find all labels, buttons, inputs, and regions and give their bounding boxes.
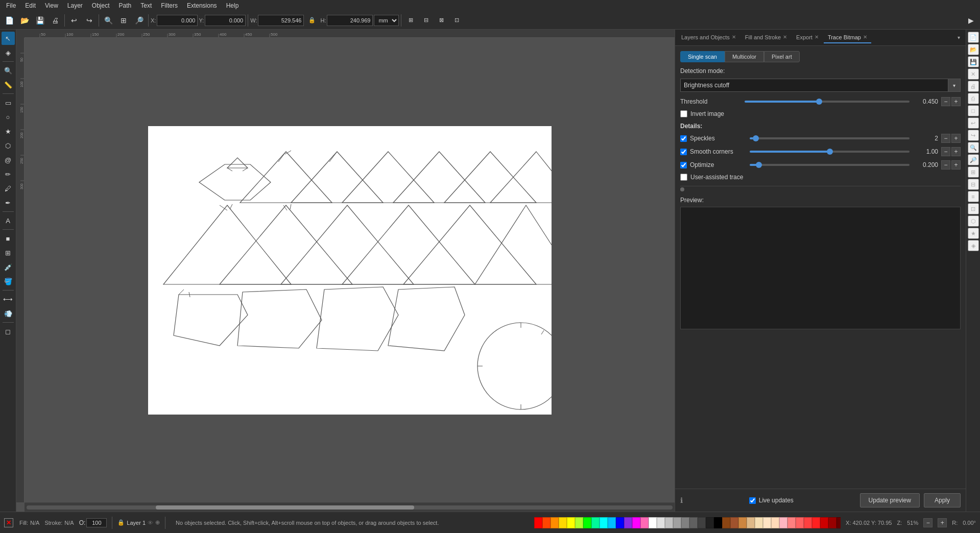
- snap-btn-2[interactable]: ⊟: [419, 13, 433, 28]
- right-icon-17[interactable]: ★: [968, 228, 979, 239]
- star-tool[interactable]: ★: [2, 125, 15, 138]
- ellipse-tool[interactable]: ○: [2, 110, 15, 124]
- zoom-decrease[interactable]: −: [923, 518, 933, 527]
- horizontal-scrollbar[interactable]: [25, 502, 675, 512]
- h-input[interactable]: [327, 15, 373, 26]
- palette-swatch[interactable]: [542, 517, 551, 528]
- threshold-plus[interactable]: +: [951, 97, 961, 106]
- palette-swatch[interactable]: [624, 517, 632, 528]
- palette-swatch[interactable]: [836, 517, 841, 528]
- palette-swatch[interactable]: [681, 517, 689, 528]
- section-toggle[interactable]: [680, 187, 684, 191]
- right-icon-1[interactable]: 📄: [968, 32, 979, 43]
- undo-button[interactable]: ↩: [67, 13, 81, 28]
- palette-swatch[interactable]: [722, 517, 730, 528]
- palette-swatch[interactable]: [575, 517, 583, 528]
- optimize-checkbox[interactable]: [680, 162, 687, 168]
- palette-swatch[interactable]: [812, 517, 820, 528]
- zoom-increase[interactable]: +: [938, 518, 947, 527]
- palette-swatch[interactable]: [747, 517, 755, 528]
- smooth-plus[interactable]: +: [951, 147, 961, 156]
- threshold-slider-container[interactable]: [745, 101, 910, 103]
- right-icon-9[interactable]: ↪: [968, 130, 979, 141]
- palette-swatch[interactable]: [771, 517, 779, 528]
- right-icon-18[interactable]: ◈: [968, 240, 979, 251]
- unit-select[interactable]: mm: [374, 15, 399, 26]
- tab-layers[interactable]: Layers and Objects ✕: [677, 32, 740, 43]
- w-input[interactable]: [258, 15, 304, 26]
- zoom-tool[interactable]: 🔍: [2, 64, 15, 77]
- palette-swatch[interactable]: [591, 517, 600, 528]
- palette-swatch[interactable]: [616, 517, 624, 528]
- palette-swatch[interactable]: [649, 517, 657, 528]
- optimize-slider[interactable]: [750, 164, 910, 166]
- detection-select-arrow[interactable]: ▾: [948, 79, 961, 92]
- palette-swatch[interactable]: [763, 517, 771, 528]
- palette-swatch[interactable]: [755, 517, 763, 528]
- dropper-tool[interactable]: 💉: [2, 260, 15, 274]
- user-assisted-label[interactable]: User-assisted trace: [690, 174, 743, 181]
- palette-swatch[interactable]: [657, 517, 665, 528]
- optimize-label[interactable]: Optimize: [690, 161, 714, 168]
- hscroll-thumb[interactable]: [156, 505, 414, 510]
- menu-edit[interactable]: Edit: [21, 1, 40, 10]
- menu-object[interactable]: Object: [88, 1, 114, 10]
- right-icon-14[interactable]: ≡: [968, 191, 979, 202]
- menu-text[interactable]: Text: [136, 1, 156, 10]
- node-tool[interactable]: ◈: [2, 46, 15, 59]
- right-icon-8[interactable]: ↩: [968, 117, 979, 129]
- update-preview-button[interactable]: Update preview: [860, 493, 920, 507]
- tab-trace-bitmap[interactable]: Trace Bitmap ✕: [824, 32, 871, 43]
- invert-label[interactable]: Invert image: [690, 110, 724, 117]
- 3d-box-tool[interactable]: ⬡: [2, 139, 15, 152]
- opacity-input[interactable]: [86, 518, 107, 527]
- canvas-scroll[interactable]: [25, 38, 675, 502]
- palette-swatch[interactable]: [640, 517, 649, 528]
- threshold-minus[interactable]: −: [941, 97, 950, 106]
- redo-button[interactable]: ↪: [82, 13, 97, 28]
- menu-path[interactable]: Path: [115, 1, 136, 10]
- spiral-tool[interactable]: @: [2, 153, 15, 166]
- palette-swatch[interactable]: [551, 517, 559, 528]
- menu-view[interactable]: View: [41, 1, 62, 10]
- menu-extensions[interactable]: Extensions: [183, 1, 221, 10]
- tab-fill-stroke-close[interactable]: ✕: [783, 34, 787, 40]
- collapse-right-button[interactable]: ▶: [964, 13, 978, 28]
- speckles-checkbox[interactable]: [680, 135, 687, 142]
- snap-btn-4[interactable]: ⊡: [449, 13, 464, 28]
- hscroll-track[interactable]: [27, 505, 673, 510]
- palette-swatch[interactable]: [583, 517, 591, 528]
- rect-tool[interactable]: ▭: [2, 96, 15, 109]
- tab-layers-close[interactable]: ✕: [732, 34, 736, 40]
- right-icon-4[interactable]: ✕: [968, 68, 979, 80]
- palette-swatch[interactable]: [779, 517, 787, 528]
- snap-btn-1[interactable]: ⊞: [403, 13, 418, 28]
- mode-tab-pixel[interactable]: Pixel art: [764, 51, 800, 62]
- palette-swatch[interactable]: [673, 517, 681, 528]
- detection-select[interactable]: Brightness cutoff: [680, 79, 948, 92]
- speckles-slider[interactable]: [750, 137, 910, 139]
- select-tool[interactable]: ↖: [2, 32, 15, 45]
- optimize-plus[interactable]: +: [951, 160, 961, 169]
- mesh-tool[interactable]: ⊞: [2, 246, 15, 259]
- spray-tool[interactable]: 💨: [2, 307, 15, 320]
- palette-swatch[interactable]: [608, 517, 616, 528]
- palette-swatch[interactable]: [787, 517, 796, 528]
- palette-swatch[interactable]: [600, 517, 608, 528]
- palette-swatch[interactable]: [534, 517, 542, 528]
- palette-swatch[interactable]: [738, 517, 747, 528]
- smooth-slider-container[interactable]: [750, 151, 910, 153]
- optimize-slider-container[interactable]: [750, 164, 910, 166]
- zoom-fit-button[interactable]: ⊞: [116, 13, 131, 28]
- palette-swatch[interactable]: [796, 517, 804, 528]
- right-icon-5[interactable]: 🖨: [968, 81, 979, 92]
- smooth-label[interactable]: Smooth corners: [690, 148, 733, 155]
- palette-swatch[interactable]: [559, 517, 567, 528]
- save-button[interactable]: 💾: [33, 13, 47, 28]
- y-input[interactable]: [205, 15, 246, 26]
- palette-swatch[interactable]: [730, 517, 738, 528]
- zoom-out-button[interactable]: 🔎: [132, 13, 146, 28]
- tab-trace-bitmap-close[interactable]: ✕: [863, 34, 867, 40]
- right-icon-2[interactable]: 📂: [968, 44, 979, 55]
- no-fill-swatch[interactable]: ✕: [4, 518, 13, 527]
